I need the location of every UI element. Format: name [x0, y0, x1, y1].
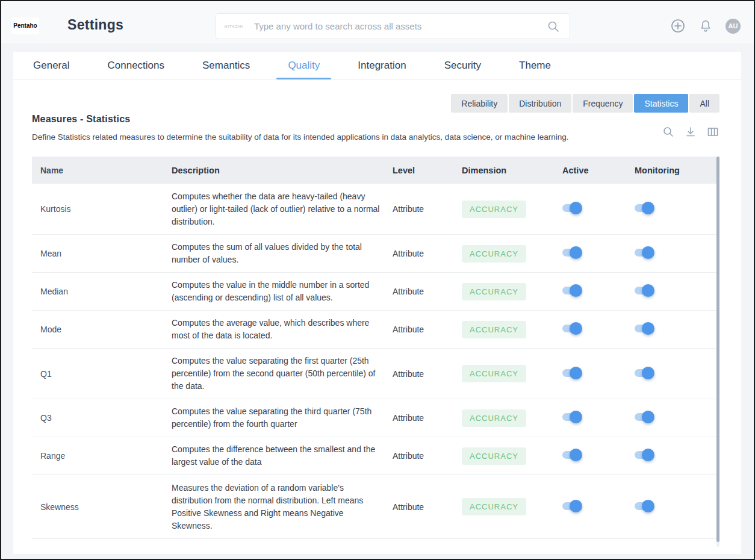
notifications-bell-icon[interactable]	[698, 18, 713, 34]
dimension-badge: ACCURACY	[462, 321, 526, 338]
monitoring-toggle[interactable]	[635, 413, 653, 421]
measure-level: Attribute	[393, 287, 462, 296]
measure-name: Q1	[32, 369, 172, 379]
table-row-q1: Q1 Computes the value separating the fir…	[32, 349, 719, 399]
active-toggle[interactable]	[562, 502, 580, 510]
tab-general[interactable]: General	[22, 52, 81, 79]
active-toggle[interactable]	[562, 204, 580, 212]
dimension-badge: ACCURACY	[462, 447, 526, 465]
measure-level: Attribute	[393, 325, 462, 334]
table-row-range: Range Computes the difference between th…	[32, 437, 719, 475]
table-toolbar	[662, 125, 719, 138]
active-toggle[interactable]	[562, 287, 580, 294]
table-row-mean: Mean Computes the sum of all values divi…	[32, 235, 719, 273]
measure-description: Measures the deviation of a random varia…	[172, 482, 393, 532]
active-toggle[interactable]	[562, 451, 580, 459]
measure-description: Computes the value in the middle number …	[172, 279, 393, 304]
dimension-badge: ACCURACY	[462, 409, 526, 427]
tab-theme[interactable]: Theme	[508, 52, 562, 79]
tab-quality[interactable]: Quality	[276, 52, 331, 79]
table-header-row: Name Description Level Dimension Active …	[32, 157, 719, 184]
search-input[interactable]	[254, 21, 545, 31]
dimension-badge: ACCURACY	[462, 245, 526, 263]
tab-security[interactable]: Security	[433, 52, 492, 79]
measure-description: Computes the difference between the smal…	[172, 443, 393, 468]
pentaho-logo[interactable]: Pentaho	[11, 17, 39, 34]
measure-name: Median	[32, 287, 172, 296]
header-actions: AU	[670, 18, 741, 34]
dimension-badge: ACCURACY	[462, 283, 526, 300]
table-search-icon[interactable]	[662, 125, 675, 138]
monitoring-toggle[interactable]	[635, 369, 653, 377]
monitoring-toggle[interactable]	[635, 287, 653, 294]
col-header-level[interactable]: Level	[393, 166, 462, 175]
settings-tabbar: General Connections Semantics Quality In…	[13, 52, 741, 79]
measure-level: Attribute	[393, 369, 462, 379]
add-icon[interactable]	[670, 18, 686, 34]
filter-all[interactable]: All	[689, 94, 719, 113]
measure-description: Computes whether the data are heavy-tail…	[172, 190, 393, 228]
active-toggle[interactable]	[562, 413, 580, 421]
measures-table: Name Description Level Dimension Active …	[32, 157, 719, 548]
measure-level: Attribute	[393, 413, 462, 423]
measure-name: Range	[32, 451, 172, 461]
table-scrollbar[interactable]	[716, 157, 719, 547]
measure-level: Attribute	[393, 502, 462, 512]
col-header-name[interactable]: Name	[32, 166, 172, 175]
measure-name: Mode	[32, 325, 172, 334]
measure-description: Computes the value separating the third …	[172, 405, 393, 431]
table-row-q3: Q3 Computes the value separating the thi…	[32, 399, 719, 437]
global-search[interactable]: HITACHI	[216, 13, 570, 39]
monitoring-toggle[interactable]	[635, 204, 653, 212]
section-description: Define Statistics related measures to de…	[32, 132, 569, 142]
col-header-dimension[interactable]: Dimension	[462, 166, 562, 175]
page-title: Settings	[67, 17, 123, 33]
tab-integration[interactable]: Integration	[346, 52, 417, 79]
hitachi-brand-mark: HITACHI	[225, 25, 243, 28]
measure-name: Skewness	[32, 502, 172, 512]
col-header-active[interactable]: Active	[562, 166, 635, 175]
pentaho-logo-text: Pentaho	[13, 22, 37, 29]
measure-level: Attribute	[393, 204, 462, 214]
col-header-monitoring[interactable]: Monitoring	[635, 166, 719, 175]
top-header: Pentaho Settings HITACHI AU	[1, 1, 754, 43]
measure-level: Attribute	[393, 249, 462, 258]
table-row-skewness: Skewness Measures the deviation of a ran…	[32, 475, 719, 539]
column-settings-icon[interactable]	[706, 125, 719, 138]
measure-description: Computes the average value, which descri…	[172, 317, 393, 342]
dimension-badge: ACCURACY	[462, 201, 526, 218]
measure-name: Mean	[32, 249, 172, 258]
tab-connections[interactable]: Connections	[96, 52, 176, 79]
active-toggle[interactable]	[562, 325, 580, 332]
measure-category-filter: Reliability Distribution Frequency Stati…	[451, 94, 719, 113]
tab-semantics[interactable]: Semantics	[191, 52, 261, 79]
filter-statistics[interactable]: Statistics	[634, 94, 688, 113]
col-header-description[interactable]: Description	[172, 166, 393, 175]
active-toggle[interactable]	[562, 249, 580, 257]
filter-frequency[interactable]: Frequency	[573, 94, 633, 113]
monitoring-toggle[interactable]	[635, 451, 653, 459]
table-row-mode: Mode Computes the average value, which d…	[32, 311, 719, 349]
measure-description: Computes the value separating the first …	[172, 355, 393, 393]
measure-description: Computes the sum of all values divided b…	[172, 241, 393, 266]
monitoring-toggle[interactable]	[635, 249, 653, 257]
measure-level: Attribute	[393, 451, 462, 461]
section-title: Measures - Statistics	[32, 114, 130, 125]
dimension-badge: ACCURACY	[462, 498, 526, 515]
table-row-kurtosis: Kurtosis Computes whether the data are h…	[32, 184, 719, 235]
filter-reliability[interactable]: Reliability	[451, 94, 508, 113]
active-toggle[interactable]	[562, 369, 580, 377]
scrollbar-thumb[interactable]	[716, 157, 719, 542]
table-row-median: Median Computes the value in the middle …	[32, 273, 719, 311]
filter-distribution[interactable]: Distribution	[509, 94, 571, 113]
download-icon[interactable]	[684, 125, 697, 138]
settings-screen: Pentaho Settings HITACHI AU General Conn…	[0, 0, 755, 560]
settings-card: General Connections Semantics Quality In…	[13, 52, 741, 554]
user-avatar[interactable]: AU	[725, 19, 741, 34]
monitoring-toggle[interactable]	[635, 325, 653, 332]
search-icon[interactable]	[545, 19, 561, 34]
monitoring-toggle[interactable]	[635, 502, 653, 510]
dimension-badge: ACCURACY	[462, 365, 526, 382]
measure-name: Kurtosis	[32, 204, 172, 214]
measure-name: Q3	[32, 413, 172, 423]
